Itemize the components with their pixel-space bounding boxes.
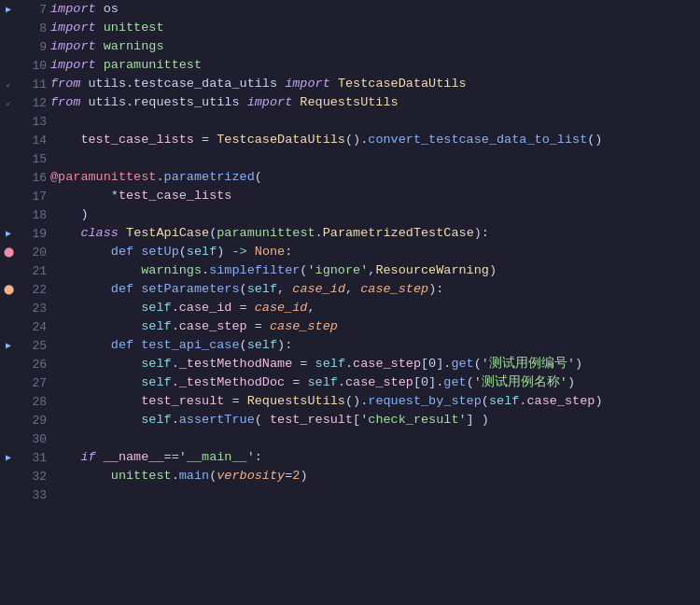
code-line-19: class TestApiCase(paramunittest.Parametr… bbox=[50, 224, 700, 243]
line-number-7: 7 bbox=[17, 3, 47, 17]
line-number-12: 12 bbox=[17, 96, 47, 110]
code-line-15 bbox=[50, 149, 700, 168]
gutter-row-18: 18 bbox=[0, 205, 47, 224]
line-number-27: 27 bbox=[17, 376, 47, 390]
line-number-24: 24 bbox=[17, 320, 47, 334]
code-line-33 bbox=[50, 485, 700, 504]
code-content: import osimport unittestimport warningsi… bbox=[47, 0, 700, 605]
code-line-9: import warnings bbox=[50, 37, 700, 56]
line-gutter: ▶78910↙11↙12131415161718▶19⬤2021⬤222324▶… bbox=[0, 0, 47, 605]
gutter-row-32: 32 bbox=[0, 467, 47, 485]
code-line-18: ) bbox=[50, 205, 700, 224]
code-line-17: *test_case_lists bbox=[50, 187, 700, 205]
line-number-23: 23 bbox=[17, 302, 47, 316]
gutter-row-25: ▶25 bbox=[0, 336, 47, 355]
gutter-row-22: ⬤22 bbox=[0, 280, 47, 299]
gutter-icon-7[interactable]: ▶ bbox=[0, 4, 17, 15]
line-number-17: 17 bbox=[17, 190, 47, 204]
line-number-22: 22 bbox=[17, 283, 47, 297]
line-number-8: 8 bbox=[17, 21, 47, 35]
gutter-row-12: ↙12 bbox=[0, 93, 47, 112]
gutter-row-31: ▶31 bbox=[0, 448, 47, 467]
line-number-31: 31 bbox=[17, 451, 47, 465]
gutter-row-15: 15 bbox=[0, 149, 47, 168]
gutter-row-21: 21 bbox=[0, 261, 47, 280]
gutter-icon-22[interactable]: ⬤ bbox=[0, 284, 17, 295]
gutter-row-33: 33 bbox=[0, 485, 47, 504]
gutter-icon-19[interactable]: ▶ bbox=[0, 228, 17, 239]
gutter-row-26: 26 bbox=[0, 355, 47, 373]
gutter-icon-31[interactable]: ▶ bbox=[0, 452, 17, 463]
code-line-11: from utils.testcase_data_utils import Te… bbox=[50, 75, 700, 93]
line-number-21: 21 bbox=[17, 264, 47, 278]
line-number-16: 16 bbox=[17, 171, 47, 185]
line-number-26: 26 bbox=[17, 358, 47, 372]
line-number-11: 11 bbox=[17, 77, 47, 91]
code-line-30 bbox=[50, 429, 700, 448]
gutter-row-14: 14 bbox=[0, 131, 47, 149]
gutter-row-23: 23 bbox=[0, 299, 47, 317]
code-line-22: def setParameters(self, case_id, case_st… bbox=[50, 280, 700, 299]
line-number-20: 20 bbox=[17, 246, 47, 260]
line-number-15: 15 bbox=[17, 152, 47, 166]
line-number-28: 28 bbox=[17, 395, 47, 409]
line-number-14: 14 bbox=[17, 134, 47, 148]
gutter-icon-25[interactable]: ▶ bbox=[0, 340, 17, 351]
gutter-row-20: ⬤20 bbox=[0, 243, 47, 261]
code-line-23: self.case_id = case_id, bbox=[50, 299, 700, 317]
gutter-row-9: 9 bbox=[0, 37, 47, 56]
gutter-row-27: 27 bbox=[0, 373, 47, 392]
gutter-row-17: 17 bbox=[0, 187, 47, 205]
code-line-20: def setUp(self) -> None: bbox=[50, 243, 700, 261]
gutter-row-30: 30 bbox=[0, 429, 47, 448]
code-line-25: def test_api_case(self): bbox=[50, 336, 700, 355]
line-number-33: 33 bbox=[17, 488, 47, 502]
code-line-29: self.assertTrue( test_result['check_resu… bbox=[50, 411, 700, 429]
code-line-26: self._testMethodName = self.case_step[0]… bbox=[50, 355, 700, 373]
code-line-14: test_case_lists = TestcaseDataUtils().co… bbox=[50, 131, 700, 149]
gutter-row-7: ▶7 bbox=[0, 0, 47, 19]
gutter-row-8: 8 bbox=[0, 19, 47, 37]
code-editor: ▶78910↙11↙12131415161718▶19⬤2021⬤222324▶… bbox=[0, 0, 700, 605]
line-number-30: 30 bbox=[17, 432, 47, 446]
code-line-10: import paramunittest bbox=[50, 56, 700, 75]
gutter-row-28: 28 bbox=[0, 392, 47, 411]
code-line-32: unittest.main(verbosity=2) bbox=[50, 467, 700, 485]
code-line-31: if __name__=='__main__': bbox=[50, 448, 700, 467]
gutter-icon-11[interactable]: ↙ bbox=[0, 79, 17, 90]
gutter-row-13: 13 bbox=[0, 112, 47, 131]
code-line-7: import os bbox=[50, 0, 700, 19]
code-line-16: @paramunittest.parametrized( bbox=[50, 168, 700, 187]
code-line-12: from utils.requests_utils import Request… bbox=[50, 93, 700, 112]
line-number-10: 10 bbox=[17, 59, 47, 73]
line-number-9: 9 bbox=[17, 40, 47, 54]
line-number-18: 18 bbox=[17, 208, 47, 222]
line-number-32: 32 bbox=[17, 470, 47, 484]
line-number-25: 25 bbox=[17, 339, 47, 353]
code-line-24: self.case_step = case_step bbox=[50, 317, 700, 336]
gutter-row-10: 10 bbox=[0, 56, 47, 75]
line-number-29: 29 bbox=[17, 414, 47, 428]
code-line-21: warnings.simplefilter('ignore',ResourceW… bbox=[50, 261, 700, 280]
code-line-8: import unittest bbox=[50, 19, 700, 37]
gutter-row-19: ▶19 bbox=[0, 224, 47, 243]
gutter-row-11: ↙11 bbox=[0, 75, 47, 93]
line-number-19: 19 bbox=[17, 227, 47, 241]
gutter-row-16: 16 bbox=[0, 168, 47, 187]
code-line-27: self._testMethodDoc = self.case_step[0].… bbox=[50, 373, 700, 392]
code-line-13 bbox=[50, 112, 700, 131]
gutter-row-24: 24 bbox=[0, 317, 47, 336]
code-line-28: test_result = RequestsUtils().request_by… bbox=[50, 392, 700, 411]
gutter-row-29: 29 bbox=[0, 411, 47, 429]
line-number-13: 13 bbox=[17, 115, 47, 129]
gutter-icon-12[interactable]: ↙ bbox=[0, 98, 17, 108]
gutter-icon-20[interactable]: ⬤ bbox=[0, 246, 17, 258]
